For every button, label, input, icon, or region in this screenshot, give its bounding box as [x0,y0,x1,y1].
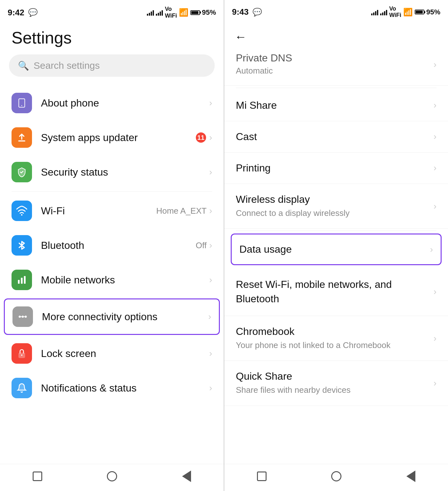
right-item-chromebook[interactable]: Chromebook Your phone is not linked to a… [224,316,448,361]
whatsapp-icon: 💬 [28,8,38,17]
nav-bar-right [224,464,448,491]
about-phone-label: About phone [41,97,209,109]
bluetooth-meta: Off [196,241,206,250]
settings-item-system-apps[interactable]: System apps updater 11 › [0,120,224,155]
svg-point-3 [21,214,23,216]
settings-item-wifi[interactable]: Wi-Fi Home A_EXT › [0,194,224,228]
divider-right-2 [236,231,436,231]
security-status-label: Security status [41,166,209,178]
mobile-networks-icon [12,270,32,290]
printing-label: Printing [236,162,434,174]
right-item-reset-wifi[interactable]: Reset Wi-Fi, mobile networks, and Blueto… [224,268,448,316]
right-item-printing[interactable]: Printing › [224,153,448,184]
vowifi-icon-right: VoWiFi [389,6,401,19]
partial-item-private-dns[interactable]: Private DNS Automatic › [224,50,448,86]
settings-item-about-phone[interactable]: About phone › [0,86,224,120]
nav-back-right[interactable] [405,471,417,482]
cast-label: Cast [236,131,434,143]
search-bar[interactable]: 🔍 Search settings [9,54,215,77]
time-left: 9:42 [8,8,24,18]
settings-item-mobile-networks[interactable]: Mobile networks › [0,263,224,297]
settings-item-notifications[interactable]: Notifications & status › [0,371,224,405]
more-connectivity-label: More connectivity options [42,311,208,323]
private-dns-chevron: › [434,59,436,70]
settings-item-security-status[interactable]: Security status › [0,155,224,189]
right-item-cast[interactable]: Cast › [224,121,448,153]
right-item-wireless-display[interactable]: Wireless display Connect to a display wi… [224,184,448,229]
vowifi-icon: VoWiFi [165,6,177,19]
nav-recents-left[interactable] [32,471,43,482]
mobile-networks-chevron: › [209,275,212,285]
mi-share-chevron: › [434,100,436,110]
nav-home-left[interactable] [106,471,118,482]
right-item-data-usage[interactable]: Data usage › [231,234,442,265]
battery-indicator-left: 95% [190,8,216,17]
svg-rect-4 [18,280,20,284]
about-phone-chevron: › [209,98,212,108]
notifications-chevron: › [209,383,212,393]
mi-share-label: Mi Share [236,99,434,111]
search-placeholder: Search settings [34,60,100,71]
wifi-settings-icon [12,201,32,221]
whatsapp-icon-right: 💬 [252,8,262,17]
wifi-icon-right: 📶 [403,8,413,17]
wireless-display-chevron: › [434,201,436,211]
settings-list: About phone › System apps updater 11 › [0,86,224,464]
quick-share-label: Quick Share [236,370,434,382]
reset-wifi-chevron: › [434,287,436,297]
signal-icon-right [371,9,378,15]
svg-rect-5 [21,278,22,284]
private-dns-sub: Automatic [236,65,434,76]
data-usage-label: Data usage [239,243,430,255]
wifi-icon: 📶 [179,8,188,17]
left-panel: 9:42 💬 VoWiFi 📶 95% Settings 🔍 Search se… [0,0,224,491]
nav-recents-right[interactable] [256,471,268,482]
system-apps-icon [12,127,32,148]
divider-1 [12,191,212,192]
system-apps-label: System apps updater [41,132,196,144]
svg-point-13 [21,354,22,356]
right-panel: 9:43 💬 VoWiFi 📶 95% ← [224,0,448,491]
quick-share-sub: Share files with nearby devices [236,384,434,396]
wireless-display-label: Wireless display [236,194,434,205]
right-item-quick-share[interactable]: Quick Share Share files with nearby devi… [224,361,448,406]
back-button[interactable]: ← [233,28,252,46]
status-icons-left: VoWiFi 📶 95% [147,6,216,19]
signal-icon [147,9,154,16]
page-title-left: Settings [0,22,224,54]
nav-home-right[interactable] [331,471,342,482]
printing-chevron: › [434,163,436,173]
reset-wifi-label: Reset Wi-Fi, mobile networks, and Blueto… [236,277,434,306]
search-icon: 🔍 [18,60,29,71]
wireless-display-sub: Connect to a display wirelessly [236,207,434,219]
settings-item-more-connectivity[interactable]: More connectivity options › [4,298,220,335]
nav-back-left[interactable] [181,471,192,482]
time-right: 9:43 [232,7,249,17]
settings-item-lock-screen[interactable]: Lock screen › [0,336,224,371]
wifi-meta: Home A_EXT [156,206,207,216]
svg-point-7 [19,316,21,318]
right-settings-list: Private DNS Automatic › Mi Share › Cast … [224,50,448,464]
lock-screen-chevron: › [209,348,212,359]
about-phone-icon [12,93,32,113]
data-usage-chevron: › [430,244,433,255]
bluetooth-chevron: › [209,240,212,250]
right-item-mi-share[interactable]: Mi Share › [224,90,448,121]
svg-rect-6 [24,276,26,284]
settings-item-bluetooth[interactable]: Bluetooth Off › [0,228,224,263]
svg-rect-0 [19,99,25,107]
notifications-label: Notifications & status [41,382,209,394]
system-apps-chevron: › [209,132,212,143]
signal-icon-2 [156,9,163,16]
mobile-networks-label: Mobile networks [41,274,209,286]
more-connectivity-icon [12,306,33,327]
private-dns-label: Private DNS [236,53,434,63]
svg-point-8 [22,316,24,318]
chromebook-label: Chromebook [236,326,434,337]
notifications-icon [12,378,32,398]
wifi-chevron: › [209,206,212,216]
status-icons-right: VoWiFi 📶 95% [371,6,440,19]
wifi-label: Wi-Fi [41,205,156,217]
lock-screen-icon [12,343,32,364]
quick-share-chevron: › [434,378,436,388]
